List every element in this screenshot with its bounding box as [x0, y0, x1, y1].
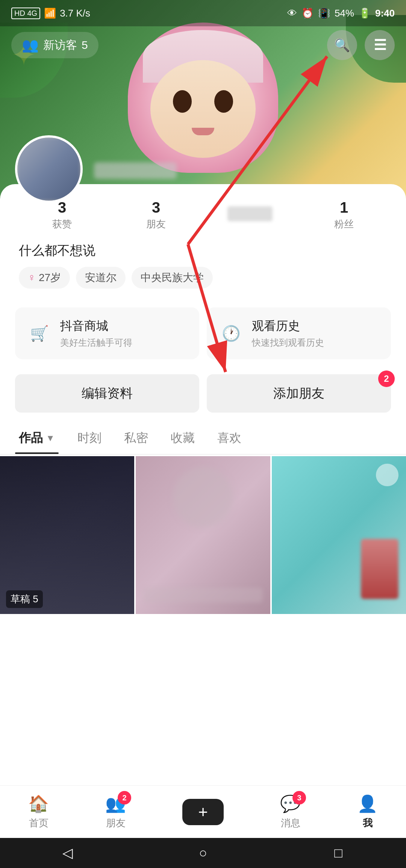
school-text: 中央民族大学: [141, 271, 204, 285]
alarm-icon: ⏰: [301, 8, 314, 19]
home-system-icon: ○: [199, 845, 207, 861]
history-text: 观看历史 快速找到观看历史: [252, 318, 324, 349]
bio-section: 什么都不想说 ♀ 27岁 安道尔 中央民族大学: [0, 242, 406, 296]
recents-button[interactable]: □: [327, 842, 350, 864]
eye-icon: 👁: [287, 8, 297, 19]
signal-icon: 📶: [44, 8, 56, 19]
battery-indicator: 54%: [335, 8, 354, 19]
nav-me[interactable]: 👤 我: [357, 794, 378, 830]
video-thumb-1[interactable]: 草稿 5: [0, 456, 134, 614]
tab-private[interactable]: 私密: [120, 424, 152, 454]
video-overlay-2: [136, 456, 270, 614]
tab-moments[interactable]: 时刻: [74, 424, 105, 454]
shop-icon: 🛒: [26, 320, 53, 346]
mouth: [192, 128, 214, 135]
avatar[interactable]: [15, 135, 83, 203]
friends-label: 朋友: [106, 817, 126, 830]
tab-works-label: 作品: [19, 430, 43, 446]
shop-title: 抖音商城: [60, 318, 132, 334]
text-blur-2: [143, 588, 262, 603]
shop-card[interactable]: 🛒 抖音商城 美好生活触手可得: [15, 307, 199, 359]
tag-age[interactable]: ♀ 27岁: [19, 267, 70, 289]
followers-label: 粉丝: [334, 218, 354, 231]
user-id: 287740507: [94, 183, 177, 195]
tag-location[interactable]: 安道尔: [76, 267, 126, 289]
friends-label: 朋友: [146, 218, 166, 231]
home-system-button[interactable]: ○: [192, 842, 214, 864]
likes-label: 获赞: [52, 218, 72, 231]
history-icon: 🕐: [218, 320, 244, 346]
shop-text: 抖音商城 美好生活触手可得: [60, 318, 132, 349]
video-thumb-3[interactable]: [272, 456, 406, 614]
history-title: 观看历史: [252, 318, 324, 334]
me-label: 我: [363, 817, 373, 830]
create-button[interactable]: +: [182, 799, 224, 825]
video-grid: 草稿 5: [0, 456, 406, 614]
tab-moments-label: 时刻: [77, 430, 102, 446]
history-subtitle: 快速找到观看历史: [252, 337, 324, 349]
right-eye: [214, 90, 233, 113]
age-text: 27岁: [39, 271, 61, 285]
system-navigation: ◁ ○ □: [0, 838, 406, 868]
tag-school[interactable]: 中央民族大学: [132, 267, 213, 289]
status-right: 👁 ⏰ 📳 54% 🔋 9:40: [287, 8, 395, 19]
messages-badge: 3: [292, 791, 306, 804]
visitor-badge[interactable]: 👥 新访客 5: [11, 32, 98, 58]
gender-icon: ♀: [28, 272, 36, 284]
nav-messages[interactable]: 💬 消息 3: [280, 794, 301, 830]
visitor-icon: 👥: [22, 37, 39, 53]
vibrate-icon: 📳: [318, 8, 330, 19]
face-blur-2: [173, 467, 233, 528]
plus-icon: +: [198, 803, 208, 821]
action-buttons: 编辑资料 添加朋友 2: [0, 370, 406, 424]
home-label: 首页: [29, 817, 48, 830]
me-icon: 👤: [357, 794, 378, 814]
hd-label: HD 4G: [11, 8, 40, 19]
back-button[interactable]: ◁: [56, 842, 79, 864]
content-tabs: 作品 ▼ 时刻 私密 收藏 喜欢: [0, 424, 406, 455]
nav-icon-group: 🔍 ☰: [327, 30, 395, 60]
tab-likes-label: 喜欢: [217, 430, 241, 446]
stat-likes[interactable]: 3 获赞: [19, 199, 105, 231]
location-text: 安道尔: [85, 271, 117, 285]
edit-profile-button[interactable]: 编辑资料: [15, 374, 199, 413]
add-friend-button[interactable]: 添加朋友 2: [207, 374, 391, 413]
white-card: 3 获赞 3 朋友 1 粉丝 什么都不想说 ♀ 27岁 安道尔 中央民: [0, 184, 406, 815]
tab-likes[interactable]: 喜欢: [214, 424, 245, 454]
tab-private-label: 私密: [124, 430, 148, 446]
search-button[interactable]: 🔍: [327, 30, 357, 60]
icon-blur-3: [376, 464, 398, 486]
tab-works[interactable]: 作品 ▼: [15, 424, 59, 454]
object-3: [361, 539, 398, 599]
history-card[interactable]: 🕐 观看历史 快速找到观看历史: [207, 307, 391, 359]
tab-favorites-label: 收藏: [171, 430, 195, 446]
clock: 9:40: [375, 8, 395, 19]
left-eye: [173, 90, 192, 113]
bio-text: 什么都不想说: [19, 242, 387, 259]
service-cards: 🛒 抖音商城 美好生活触手可得 🕐 观看历史 快速找到观看历史: [0, 296, 406, 370]
visitor-count: 5: [82, 39, 88, 51]
tab-arrow-icon: ▼: [46, 433, 55, 443]
stat-followers[interactable]: 1 粉丝: [301, 199, 387, 231]
avatar-image: [17, 138, 80, 201]
search-icon: 🔍: [334, 38, 350, 53]
bottom-navigation: 🏠 首页 👥 朋友 2 + 💬 消息 3 👤 我: [0, 785, 406, 838]
tab-favorites[interactable]: 收藏: [167, 424, 198, 454]
following-blurred: [227, 206, 273, 221]
video-thumb-2[interactable]: [136, 456, 270, 614]
messages-label: 消息: [281, 817, 300, 830]
tags-row: ♀ 27岁 安道尔 中央民族大学: [19, 267, 387, 289]
menu-button[interactable]: ☰: [365, 30, 395, 60]
profile-section: 287740507: [0, 135, 406, 203]
battery-icon: 🔋: [359, 8, 371, 19]
friends-badge: 2: [118, 791, 131, 804]
speed-indicator: 3.7 K/s: [60, 8, 90, 19]
profile-info: 287740507: [94, 162, 177, 203]
video-overlay-3: [272, 456, 406, 614]
nav-home[interactable]: 🏠 首页: [28, 794, 49, 830]
stat-following[interactable]: [207, 206, 293, 224]
nav-friends[interactable]: 👥 朋友 2: [105, 794, 126, 830]
add-friend-badge: 2: [378, 370, 395, 387]
stat-friends[interactable]: 3 朋友: [113, 199, 199, 231]
username-blurred: [94, 162, 177, 179]
